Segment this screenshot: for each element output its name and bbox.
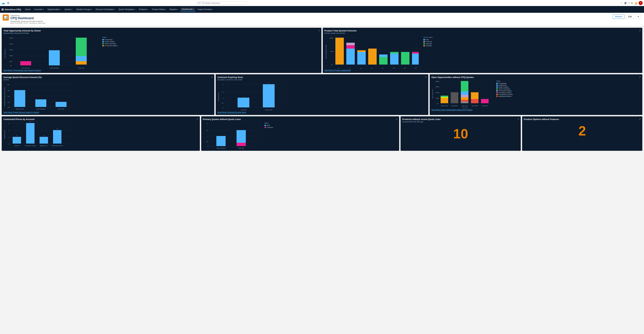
svg-text:£250k: £250k [9, 37, 13, 39]
contracted-prices-chart: 3 2 1 0 1 3 1 2 Alscient [3, 121, 78, 149]
avatar[interactable]: S [638, 1, 643, 5]
svg-rect-23 [336, 38, 344, 65]
edit-button[interactable]: Edit [626, 14, 634, 19]
view-report-1[interactable]: View Report (Opportunities with Quotes b… [3, 69, 320, 71]
nav-quotes[interactable]: Quotes ▾ [63, 7, 74, 11]
svg-text:Record Count: Record Count [218, 93, 220, 101]
svg-text:1: 1 [208, 136, 208, 137]
add-icon[interactable]: ➕ [624, 2, 627, 4]
svg-text:0: 0 [223, 107, 224, 109]
expand-icon-1[interactable]: ⤢ [318, 29, 320, 32]
all-dropdown[interactable]: All ▾ [198, 2, 201, 4]
search-bar[interactable]: All ▾ 🔍 [196, 1, 247, 4]
svg-rect-58 [35, 99, 46, 107]
svg-text:£800k: £800k [436, 81, 440, 82]
quote-status-legend: Draft In Review Approved Accepted [424, 39, 433, 47]
svg-rect-36 [412, 52, 419, 54]
svg-text:Sum of Customer Total: Sum of Customer Total [325, 45, 327, 59]
svg-text:4%: 4% [8, 96, 10, 97]
star-icon[interactable]: ☆ [620, 2, 622, 4]
nav-discount-schedules[interactable]: Discount Schedules ▾ [94, 7, 116, 11]
view-report-2[interactable]: View Report (Product Leaderboard) [324, 69, 641, 71]
nav-home[interactable]: Home [24, 7, 32, 11]
expand-icon-5[interactable]: ⤢ [639, 76, 641, 78]
panel-product-subtitle: Primary quotes over all time [324, 32, 641, 34]
expand-icon-9[interactable]: ⤢ [639, 118, 641, 120]
nav-import-formats[interactable]: Import Formats ▾ [196, 7, 214, 11]
svg-rect-123 [26, 123, 34, 144]
nav-quote-templates[interactable]: Quote Templates ▾ [117, 7, 137, 11]
open-opp-chart: £800k £600k £400k £200k £0 [431, 79, 495, 108]
nav-accounts[interactable]: Accounts ▾ [32, 7, 46, 11]
svg-text:£200k: £200k [9, 43, 13, 45]
panel-contracted-title: Contracted Prices by Account [3, 118, 198, 121]
setup-icon[interactable]: ⚙ [631, 2, 633, 4]
opp-legend: Prospecting Needs Analysis Value Proposi… [102, 39, 118, 47]
svg-rect-31 [379, 54, 388, 57]
svg-text:Service Subscription: Service Subscription [386, 67, 395, 69]
expand-icon-7[interactable]: ⤢ [396, 118, 398, 120]
panel-discount-subtitle: All time [3, 79, 213, 81]
nav-opportunities[interactable]: Opportunities ▾ [46, 7, 62, 11]
svg-rect-57 [14, 90, 25, 107]
page-subtitle: Opportunity, Quote and Product metrics [10, 20, 46, 22]
app-grid-icon[interactable]: ⊞ [1, 8, 4, 11]
svg-text:GenWatt Propane...: GenWatt Propane... [353, 67, 362, 69]
svg-rect-127 [53, 130, 62, 144]
search-input[interactable] [205, 2, 242, 4]
top-navigation: ☁ ⊞ All ▾ 🔍 ☆ ➕ ? ⚙ 🔔 S [0, 0, 644, 6]
svg-rect-145 [236, 130, 246, 143]
expand-icon-3[interactable]: ⤢ [211, 76, 213, 78]
nav-products[interactable]: Products ▾ [137, 7, 150, 11]
grid-icon[interactable]: ⊞ [7, 1, 9, 4]
svg-rect-99 [461, 95, 468, 97]
svg-rect-96 [451, 92, 458, 103]
notification-icon[interactable]: 🔔 [634, 2, 637, 4]
svg-text:1: 1 [223, 97, 224, 99]
svg-text:£0: £0 [437, 103, 438, 104]
expand-icon-6[interactable]: ⤢ [196, 118, 198, 120]
svg-text:£200k: £200k [436, 98, 440, 99]
panel-products-no-quotes-subtitle: No quote lines last 365 days [402, 121, 519, 123]
svg-rect-25 [346, 45, 355, 49]
view-report-5[interactable]: View Report (Open Opportunities without … [431, 109, 641, 111]
svg-text:£400k: £400k [436, 92, 440, 93]
expand-icon-8[interactable]: ⤢ [518, 118, 520, 120]
contracts-chart: 2 1.5 1 0.5 0 1 2 July 2020 August 2020 … [217, 82, 290, 110]
svg-text:Sum of Amount: Sum of Amount [4, 49, 6, 58]
bar-sales-rep-blue [76, 56, 87, 61]
panel-products-no-quotes: Products without recent Quote Lines No q… [400, 116, 521, 151]
svg-text:1: 1 [44, 135, 44, 136]
svg-text:University of Bristol: University of Bristol [52, 145, 63, 147]
help-icon[interactable]: ? [628, 2, 630, 4]
view-report-3[interactable]: View Report (Quote Discount metrics by O… [3, 111, 213, 113]
dropdown-button[interactable]: ▾ [635, 14, 641, 19]
expand-icon-4[interactable]: ⤢ [425, 76, 427, 78]
refresh-button[interactable]: Refresh [612, 14, 625, 19]
svg-rect-100 [461, 97, 468, 100]
svg-text:1: 1 [8, 137, 9, 138]
nav-dashboards[interactable]: Dashboards ▾ [180, 7, 196, 11]
svg-text:£600k: £600k [436, 86, 440, 88]
svg-rect-34 [401, 52, 410, 65]
discount-chart: 8% 6% 4% 2% 0% Sales Director Sales Mana… [3, 82, 76, 110]
svg-text:Sales Director: Sales Director [22, 67, 30, 69]
nav-reports[interactable]: Reports ▾ [168, 7, 180, 11]
panel-opp-amount: Total Opportunity Amount by Owner Opport… [2, 28, 322, 73]
view-report-4[interactable]: View Report (Contracts Expiring Soon) [217, 111, 427, 113]
panel-open-opp: Open Opportunities without CPQ Quotes ⤢ … [430, 74, 642, 115]
svg-text:SLA: Platinum: SLA: Platinum [399, 67, 406, 69]
panel-primary-quotes: Primary Quotes without Quote Lines ⤢ 2 1… [201, 116, 399, 151]
search-icon: 🔍 [202, 2, 204, 4]
svg-text:Sales Director: Sales Director [16, 108, 24, 110]
panel-product-quoted: Product Total Quoted Amounts Primary quo… [323, 28, 642, 73]
expand-icon-2[interactable]: ⤢ [639, 29, 641, 32]
svg-text:GenWatt Diesel LD...: GenWatt Diesel LD... [330, 67, 340, 69]
nav-solution-groups[interactable]: Solution Groups ▾ [74, 7, 94, 11]
svg-text:SLA: Silver: SLA: Silver [411, 67, 417, 69]
page-actions: Refresh Edit ▾ [612, 14, 641, 19]
svg-text:Harrogate College: Harrogate College [25, 145, 36, 147]
svg-rect-93 [440, 98, 448, 103]
nav-product-rules[interactable]: Product Rules ▾ [150, 7, 168, 11]
page-header: 📊 Dashboard CPQ Dashboard Opportunity, Q… [0, 13, 644, 26]
